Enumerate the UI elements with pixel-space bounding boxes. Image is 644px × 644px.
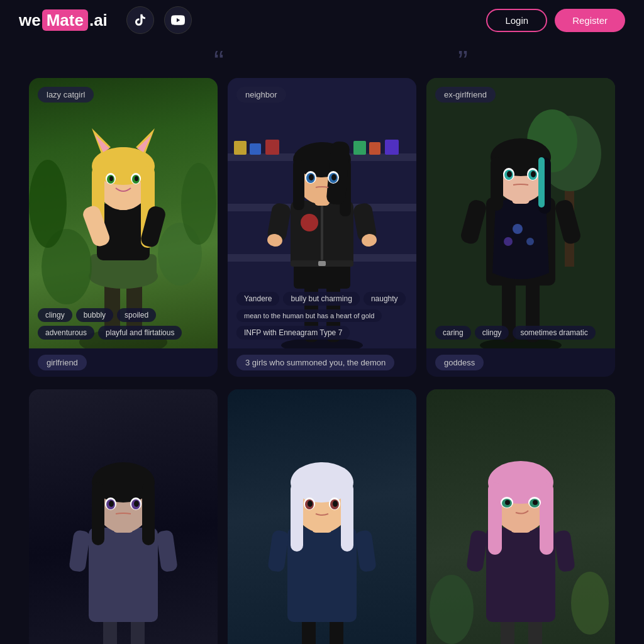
card-catgirl-image: lazy catgirl clingy bubbly spoiled adven…	[29, 78, 218, 348]
card3-tag-1: clingy	[475, 326, 509, 340]
card3-role-badge: ex-girlfriend	[435, 87, 496, 103]
svg-point-42	[301, 214, 318, 231]
card3-tag-2: sometimes dramatic	[513, 326, 595, 340]
card-neighbor-image: neighbor Yandere bully but charming naug…	[228, 78, 416, 348]
logo: weMate.ai	[19, 11, 108, 30]
card2-tag-4: INFP with Enneagram Type 7	[236, 326, 350, 340]
svg-rect-111	[291, 482, 303, 552]
quote-open: “	[214, 47, 224, 77]
logo-we: we	[19, 11, 41, 30]
svg-rect-129	[540, 482, 553, 555]
card-bottom-1[interactable]: cold haughty tsundere stern calm mean to…	[29, 389, 218, 644]
svg-rect-94	[92, 482, 104, 545]
card1-tag-4: playful and flirtatious	[98, 326, 182, 340]
social-icons	[126, 6, 192, 34]
card1-footer: girlfriend	[29, 348, 218, 377]
card1-tag-2: spoiled	[117, 308, 156, 322]
card-bottom-2[interactable]: creative charismatic mischievous Tsender…	[228, 389, 416, 644]
svg-point-117	[308, 501, 313, 507]
card2-role-badge: neighbor	[236, 87, 286, 103]
card-bottom-3-image	[426, 389, 615, 644]
svg-rect-49	[293, 160, 304, 210]
svg-rect-34	[353, 141, 366, 155]
card-bottom-3[interactable]: mischievous cheerful and carefree arroga…	[426, 389, 615, 644]
card-ex-girlfriend-image: ex-girlfriend caring clingy sometimes dr…	[426, 78, 615, 348]
svg-point-70	[513, 224, 523, 234]
card2-tag-2: naughty	[364, 292, 406, 306]
svg-marker-14	[137, 135, 152, 152]
card1-tag-1: bubbly	[76, 308, 113, 322]
svg-point-56	[309, 174, 314, 180]
card2-tag-3: mean to the human but has a heart of gol…	[236, 309, 382, 322]
svg-point-83	[507, 171, 512, 177]
svg-point-57	[331, 174, 336, 180]
svg-point-118	[333, 501, 338, 507]
card2-footer: 3 girls who summoned you, the demon	[228, 348, 416, 377]
cards-top-row: lazy catgirl clingy bubbly spoiled adven…	[13, 78, 631, 377]
svg-rect-112	[341, 482, 353, 552]
svg-point-135	[533, 500, 538, 505]
svg-rect-136	[466, 530, 488, 572]
svg-rect-31	[234, 141, 247, 155]
bottom1-character-svg	[29, 389, 218, 644]
login-button[interactable]: Login	[486, 9, 547, 32]
svg-point-138	[430, 575, 474, 644]
svg-rect-120	[355, 530, 377, 572]
svg-rect-137	[553, 530, 575, 572]
bottom3-character-svg	[426, 389, 615, 644]
svg-point-19	[109, 176, 113, 181]
quote-area: “ ”	[0, 40, 644, 78]
card1-tags: clingy bubbly spoiled adventurous playfu…	[38, 308, 209, 340]
svg-point-20	[135, 176, 138, 181]
card-catgirl[interactable]: lazy catgirl clingy bubbly spoiled adven…	[29, 78, 218, 377]
cards-section: lazy catgirl clingy bubbly spoiled adven…	[0, 78, 644, 644]
ex-girlfriend-character-svg	[426, 78, 615, 348]
svg-point-100	[109, 501, 114, 507]
card1-tag-3: adventurous	[38, 326, 94, 340]
header: weMate.ai Login Register	[0, 0, 644, 40]
svg-rect-103	[156, 530, 178, 572]
svg-rect-128	[488, 482, 502, 555]
tiktok-button[interactable]	[126, 6, 154, 34]
svg-point-134	[505, 500, 510, 505]
svg-rect-119	[267, 530, 289, 572]
card2-tag-0: Yandere	[236, 292, 279, 306]
svg-rect-36	[385, 140, 399, 155]
svg-rect-95	[142, 482, 155, 545]
svg-rect-32	[250, 143, 261, 155]
tiktok-icon	[133, 13, 147, 27]
svg-rect-102	[69, 530, 91, 572]
card3-tag-0: caring	[435, 326, 471, 340]
svg-rect-76	[491, 157, 503, 211]
youtube-button[interactable]	[164, 6, 192, 34]
svg-point-101	[134, 501, 139, 507]
card2-footer-label: 3 girls who summoned you, the demon	[236, 355, 394, 370]
svg-point-139	[571, 572, 609, 635]
card-bottom-2-image	[228, 389, 416, 644]
quote-close: ”	[458, 47, 468, 77]
svg-rect-78	[538, 157, 545, 208]
card-bottom-1-image	[29, 389, 218, 644]
youtube-icon	[171, 13, 185, 27]
card3-footer-label: goddess	[435, 355, 484, 370]
card-neighbor[interactable]: neighbor Yandere bully but charming naug…	[228, 78, 416, 377]
card3-footer: goddess	[426, 348, 615, 377]
svg-point-71	[526, 238, 534, 245]
card2-tag-1: bully but charming	[283, 292, 359, 306]
svg-rect-33	[265, 140, 279, 155]
logo-ai: .ai	[89, 11, 108, 30]
svg-marker-13	[95, 135, 109, 152]
svg-rect-35	[369, 142, 380, 155]
register-button[interactable]: Register	[555, 9, 625, 32]
card-ex-girlfriend[interactable]: ex-girlfriend caring clingy sometimes dr…	[426, 78, 615, 377]
card2-tags: Yandere bully but charming naughty mean …	[236, 292, 408, 340]
svg-rect-45	[318, 261, 326, 266]
logo-mate: Mate	[42, 9, 88, 31]
svg-rect-43	[321, 204, 323, 260]
bottom2-character-svg	[228, 389, 416, 644]
svg-point-26	[181, 163, 216, 245]
svg-point-25	[29, 160, 67, 248]
svg-point-72	[504, 237, 513, 246]
svg-point-84	[531, 171, 536, 177]
card1-role-badge: lazy catgirl	[38, 87, 94, 103]
